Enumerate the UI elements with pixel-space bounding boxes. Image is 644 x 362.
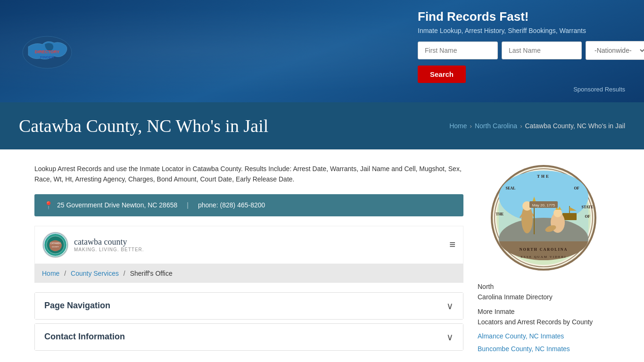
content-wrapper: Lookup Arrest Records and use the Inmate…	[16, 164, 628, 362]
svg-text:May 20, 1775: May 20, 1775	[532, 203, 555, 207]
svg-text:NORTH CAROLINA: NORTH CAROLINA	[520, 247, 568, 252]
last-name-input[interactable]	[502, 41, 582, 59]
svg-text:OF: OF	[585, 214, 590, 219]
promo-title: Find Records Fast!	[418, 9, 625, 24]
county-breadcrumb-home[interactable]: Home	[42, 270, 59, 277]
state-select[interactable]: -Nationwide-	[586, 41, 644, 60]
phone-text: phone: (828) 465-8200	[198, 201, 265, 209]
breadcrumb-home-link[interactable]: Home	[449, 122, 467, 130]
svg-text:OF: OF	[574, 186, 579, 190]
svg-rect-26	[562, 213, 577, 220]
county-name-block: catawba county MAKING. LIVING. BETTER.	[74, 237, 144, 252]
nc-state-seal: THE SEAL OF THE STATE OF May 20, 1775 NO…	[489, 164, 598, 272]
address-bar: 📍 25 Government Drive Newton, NC 28658 |…	[34, 194, 463, 216]
svg-text:DIRECTORY: DIRECTORY	[35, 49, 60, 54]
svg-text:SEAL: SEAL	[506, 186, 516, 190]
main-content: Lookup Arrest Records and use the Inmate…	[0, 149, 644, 362]
search-button[interactable]: Search	[418, 66, 466, 83]
intro-text: Lookup Arrest Records and use the Inmate…	[34, 164, 463, 185]
seal-container: THE SEAL OF THE STATE OF May 20, 1775 NO…	[478, 164, 610, 272]
header-banner: DIRECTORY FINDER Find Records Fast! Inma…	[0, 0, 644, 102]
header-right: Find Records Fast! Inmate Lookup, Arrest…	[399, 9, 625, 93]
svg-text:COUNTY: COUNTY	[52, 246, 59, 247]
svg-text:FINDER: FINDER	[40, 55, 54, 59]
county-breadcrumb-current: Sheriff's Office	[130, 270, 173, 277]
svg-text:CATAWBA: CATAWBA	[50, 242, 61, 245]
page-title-bar: Catawba County, NC Who's in Jail Home › …	[0, 102, 644, 149]
contact-info-header[interactable]: Contact Information ∨	[35, 324, 463, 350]
county-breadcrumb-county[interactable]: County Services	[71, 270, 119, 277]
pin-icon: 📍	[44, 201, 53, 210]
right-column: THE SEAL OF THE STATE OF May 20, 1775 NO…	[478, 164, 610, 362]
contact-info-label: Contact Information	[44, 332, 125, 342]
left-column: Lookup Arrest Records and use the Inmate…	[34, 164, 463, 362]
search-row: -Nationwide-	[418, 41, 625, 60]
sidebar-link-2[interactable]: Buncombe County, NC Inmates	[478, 344, 610, 354]
svg-rect-25	[499, 204, 588, 241]
promo-subtitle: Inmate Lookup, Arrest History, Sheriff B…	[418, 27, 625, 34]
county-logo-inner: CATAWBA COUNTY catawba county MAKING. LI…	[42, 232, 144, 258]
county-breadcrumb: Home / County Services / Sheriff's Offic…	[34, 264, 463, 283]
county-tagline: MAKING. LIVING. BETTER.	[74, 247, 144, 252]
sponsored-text: Sponsored Results	[418, 86, 625, 93]
page-nav-header[interactable]: Page Navigation ∨	[35, 293, 463, 319]
contact-info-accordion: Contact Information ∨	[34, 323, 463, 351]
sidebar-nc-directory: North Carolina Inmate Directory	[478, 281, 610, 303]
logo-map-icon: DIRECTORY FINDER	[19, 33, 75, 70]
page-nav-accordion: Page Navigation ∨	[34, 292, 463, 320]
contact-info-chevron: ∨	[446, 331, 454, 343]
breadcrumb-sep2: ›	[520, 123, 522, 130]
address-text: 25 Government Drive Newton, NC 28658	[57, 201, 177, 209]
county-bc-sep2: /	[124, 270, 125, 277]
first-name-input[interactable]	[418, 41, 498, 59]
sidebar-more-inmate: More Inmate Locators and Arrest Records …	[478, 306, 610, 328]
svg-text:STATE: STATE	[581, 205, 593, 209]
page-nav-chevron: ∨	[446, 300, 454, 312]
county-logo-bar: CATAWBA COUNTY catawba county MAKING. LI…	[34, 226, 463, 264]
county-seal-small: CATAWBA COUNTY	[43, 232, 67, 258]
breadcrumb-state-link[interactable]: North Carolina	[475, 122, 517, 130]
logo-area: DIRECTORY FINDER	[19, 33, 75, 70]
address-divider: |	[187, 201, 189, 209]
hamburger-icon[interactable]: ≡	[449, 239, 455, 251]
breadcrumb-current: Catawba County, NC Who's in Jail	[525, 122, 626, 130]
svg-point-36	[553, 209, 562, 217]
breadcrumb: Home › North Carolina › Catawba County, …	[449, 122, 625, 130]
county-name-text: catawba county	[74, 237, 144, 247]
county-bc-sep1: /	[64, 270, 66, 277]
svg-text:THE: THE	[496, 212, 504, 216]
breadcrumb-sep1: ›	[470, 123, 472, 130]
page-nav-label: Page Navigation	[44, 301, 110, 311]
sidebar-link-1[interactable]: Almance County, NC Inmates	[478, 331, 610, 341]
svg-text:ESSE QUAM VIDERI: ESSE QUAM VIDERI	[521, 255, 567, 259]
svg-text:THE: THE	[537, 174, 550, 179]
county-logo-circle: CATAWBA COUNTY	[42, 232, 68, 258]
sheriffs-office-title: Sheriff's Office	[34, 360, 463, 362]
page-title: Catawba County, NC Who's in Jail	[19, 115, 268, 136]
